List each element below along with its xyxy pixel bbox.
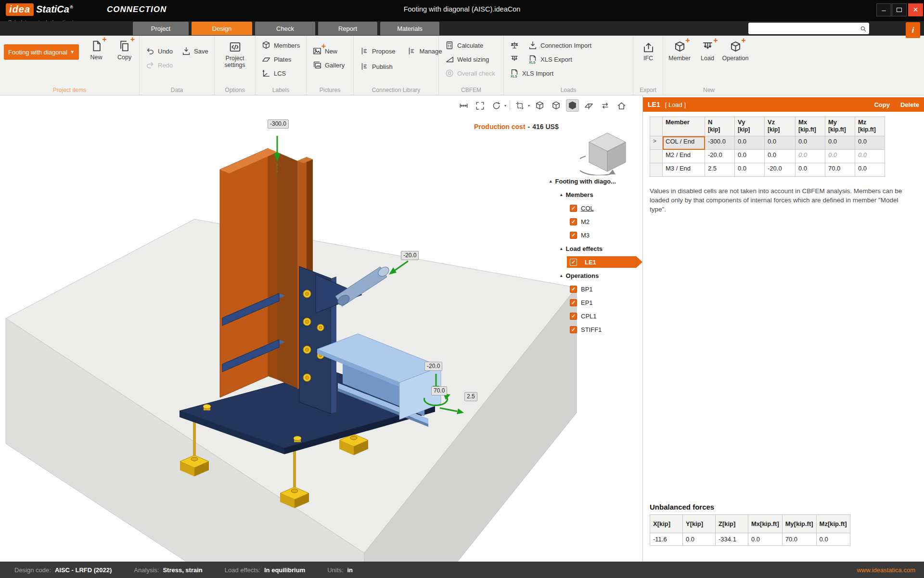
- search-input[interactable]: [751, 25, 860, 32]
- xls-export-button[interactable]: XLS XLS Export: [526, 53, 574, 65]
- value-cell-mx[interactable]: 0.0: [796, 163, 825, 177]
- orbit-tool[interactable]: [490, 99, 503, 112]
- tree-item-bp1[interactable]: ✓ BP1: [547, 282, 642, 296]
- labels-members-toggle[interactable]: Members: [259, 39, 302, 51]
- tree-section-operations[interactable]: ▴ Operations: [547, 269, 642, 282]
- tree-section-load-effects[interactable]: ▴ Load effects: [547, 242, 642, 255]
- row-selector[interactable]: >: [650, 136, 663, 150]
- close-button[interactable]: ×: [908, 3, 923, 16]
- checkbox-checked[interactable]: ✓: [570, 286, 577, 293]
- checkbox-checked[interactable]: ✓: [570, 259, 577, 266]
- view-transparent-tool[interactable]: [550, 99, 563, 112]
- value-cell-vy[interactable]: 0.0: [735, 136, 765, 150]
- value-cell-vz[interactable]: 0.0: [765, 150, 796, 163]
- tree-item-m3[interactable]: ✓ M3: [547, 228, 642, 242]
- checkbox-checked[interactable]: ✓: [570, 232, 577, 239]
- xls-import-button[interactable]: XLS XLS Import: [508, 67, 555, 79]
- chevron-down-icon[interactable]: ▾: [504, 104, 506, 108]
- labels-lcs-toggle[interactable]: LCS: [259, 67, 302, 79]
- tree-section-members[interactable]: ▴ Members: [547, 188, 642, 201]
- value-cell-n[interactable]: 2.5: [705, 163, 735, 177]
- new-member-button[interactable]: + Member: [667, 40, 692, 62]
- measure-tool[interactable]: [457, 99, 470, 112]
- loads-balance-button[interactable]: [508, 39, 521, 51]
- value-cell-vy[interactable]: 0.0: [735, 150, 765, 163]
- tab-design[interactable]: Design: [192, 22, 252, 35]
- tab-project[interactable]: Project: [133, 22, 189, 35]
- website-link[interactable]: www.ideastatica.com: [857, 566, 915, 574]
- minimize-button[interactable]: –: [876, 3, 891, 16]
- tab-check[interactable]: Check: [255, 22, 315, 35]
- view-solid-tool[interactable]: [566, 99, 579, 112]
- tree-item-le1[interactable]: ✓ LE1: [547, 255, 642, 269]
- maximize-button[interactable]: [892, 3, 907, 16]
- home-view-tool[interactable]: [615, 99, 628, 112]
- tree-root[interactable]: ▴ Footing with diago...: [547, 174, 642, 188]
- save-button[interactable]: Save: [180, 45, 210, 57]
- clip-plane-tool[interactable]: [582, 99, 595, 112]
- swap-view-tool[interactable]: [599, 99, 612, 112]
- tree-expander-icon[interactable]: ▴: [560, 273, 563, 278]
- member-cell[interactable]: M2 / End: [663, 150, 705, 163]
- checkbox-checked[interactable]: ✓: [570, 299, 577, 306]
- row-selector[interactable]: [650, 150, 663, 163]
- value-cell-vz[interactable]: -20.0: [765, 163, 796, 177]
- overall-check-button[interactable]: Overall check: [443, 67, 500, 79]
- value-cell-my[interactable]: 70.0: [825, 163, 855, 177]
- copy-load-button[interactable]: Copy: [874, 101, 890, 108]
- checkbox-checked[interactable]: ✓: [570, 218, 577, 225]
- chevron-down-icon[interactable]: ▾: [528, 104, 530, 108]
- manage-button[interactable]: Manage: [405, 45, 444, 57]
- row-selector[interactable]: [650, 163, 663, 177]
- value-cell-n[interactable]: -20.0: [705, 150, 735, 163]
- project-item-selector[interactable]: Footing with diagonal ▼: [4, 44, 79, 60]
- copy-project-item-button[interactable]: + Copy: [114, 39, 135, 61]
- new-picture-button[interactable]: + New: [310, 45, 349, 57]
- checkbox-checked[interactable]: ✓: [570, 313, 577, 320]
- new-operation-button[interactable]: + Operation: [723, 40, 748, 62]
- tree-item-m2[interactable]: ✓ M2: [547, 215, 642, 228]
- section-tool[interactable]: [513, 99, 526, 112]
- project-settings-button[interactable]: Project settings: [222, 40, 247, 69]
- new-load-button[interactable]: + Load: [695, 40, 720, 62]
- tree-expander-icon[interactable]: ▴: [560, 192, 563, 197]
- view-wireframe-tool[interactable]: [533, 99, 546, 112]
- tree-expander-icon[interactable]: ▴: [560, 246, 563, 251]
- weld-sizing-button[interactable]: Weld sizing: [443, 53, 500, 65]
- value-cell-my[interactable]: 0.0: [825, 136, 855, 150]
- tree-item-le1-highlight[interactable]: ✓ LE1: [567, 256, 642, 268]
- gallery-button[interactable]: Gallery: [310, 59, 349, 71]
- tree-item-cpl1[interactable]: ✓ CPL1: [547, 309, 642, 323]
- scene-3d[interactable]: [0, 95, 642, 562]
- tree-item-ep1[interactable]: ✓ EP1: [547, 296, 642, 309]
- redo-button[interactable]: Redo: [143, 59, 175, 71]
- tree-item-stiff1[interactable]: ✓ STIFF1: [547, 323, 642, 336]
- ifc-export-button[interactable]: IFC: [637, 40, 659, 62]
- delete-load-button[interactable]: Delete: [900, 101, 919, 108]
- checkbox-checked[interactable]: ✓: [570, 205, 577, 212]
- loads-position-button[interactable]: [508, 53, 521, 65]
- undo-button[interactable]: Undo: [143, 45, 175, 57]
- value-cell-vy[interactable]: 0.0: [735, 163, 765, 177]
- new-project-item-button[interactable]: + New: [86, 39, 107, 61]
- tree-item-col[interactable]: ✓ COL: [547, 201, 642, 215]
- publish-button[interactable]: Publish: [358, 61, 397, 72]
- info-button[interactable]: i: [906, 22, 920, 38]
- value-cell-n[interactable]: -300.0: [705, 136, 735, 150]
- view-cube[interactable]: [580, 129, 635, 175]
- tree-expander-icon[interactable]: ▴: [550, 179, 552, 184]
- value-cell-vz[interactable]: 0.0: [765, 136, 796, 150]
- tab-report[interactable]: Report: [318, 22, 377, 35]
- checkbox-checked[interactable]: ✓: [570, 326, 577, 333]
- member-cell[interactable]: COL / End: [663, 136, 705, 150]
- value-cell-mx[interactable]: 0.0: [796, 136, 825, 150]
- zoom-fit-tool[interactable]: [474, 99, 487, 112]
- tab-materials[interactable]: Materials: [380, 22, 439, 35]
- value-cell-mz[interactable]: 0.0: [855, 163, 885, 177]
- connection-import-button[interactable]: Connection Import: [526, 39, 593, 51]
- value-cell-mz[interactable]: 0.0: [855, 136, 885, 150]
- member-cell[interactable]: M3 / End: [663, 163, 705, 177]
- labels-plates-toggle[interactable]: Plates: [259, 53, 302, 65]
- calculate-button[interactable]: Calculate: [443, 39, 500, 51]
- propose-button[interactable]: Propose: [358, 45, 397, 57]
